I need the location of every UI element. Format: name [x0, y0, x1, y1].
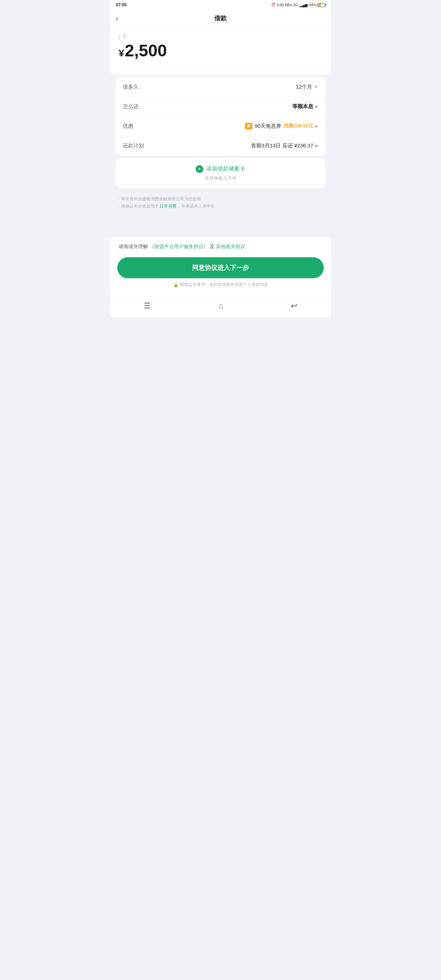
notice-item-2: · 请确认本次收款用于日常消费，并承诺本人非学生 [119, 203, 322, 210]
discount-value: 券 90天免息券 优惠136.52元 ▶ [245, 123, 318, 129]
submit-section: 同意协议进入下一步 🔒 根据监管要求，借款前需要您完善个人借款信息 [110, 253, 331, 296]
borrow-duration-text: 12个月 [296, 84, 312, 90]
network-type: 5G [294, 3, 298, 7]
agreement-section: 请阅读并理解 《智选平台用户服务协议》 及 其他相关协议 [110, 237, 331, 253]
submit-notice-text: 根据监管要求，借款前需要您完善个人借款信息 [180, 282, 268, 288]
coupon-badge: 券 [245, 123, 252, 129]
repayment-method-label: 怎么还 [123, 103, 139, 110]
agreement-prefix: 请阅读并理解 [119, 243, 150, 249]
back-nav-icon[interactable]: ↩ [291, 301, 297, 310]
submit-notice: 🔒 根据监管要求，借款前需要您完善个人借款信息 [117, 278, 324, 293]
notice-link[interactable]: 日常消费 [159, 203, 177, 210]
status-bar: 07:05 ⏰ 0.00 KB/s 5G ▂▄▆ 44% [110, 0, 331, 10]
amount-unit: 千 [122, 34, 127, 40]
status-icons: ⏰ 0.00 KB/s 5G ▂▄▆ 44% [271, 3, 325, 7]
amount-section: 千 ¥2,500 [110, 27, 331, 75]
notice-text-2-prefix: 请确认本次收款用于 [121, 203, 159, 210]
add-card-button[interactable]: + 添加借款储蓄卡 [196, 165, 245, 173]
repayment-method-text: 等额本息 [292, 103, 313, 110]
discount-row[interactable]: 优惠 券 90天免息券 优惠136.52元 ▶ [116, 116, 325, 136]
repayment-plan-text: 首期3月13日 应还 ¥236.37 [251, 142, 313, 149]
home-icon[interactable]: ⌂ [218, 301, 223, 310]
repayment-plan-label: 还款计划 [123, 142, 144, 149]
amount-unit-row: 千 [119, 34, 322, 40]
repayment-method-value: 等额本息 ▶ [292, 103, 318, 110]
borrow-duration-row[interactable]: 借多久 12个月 ▼ [116, 77, 325, 97]
battery-percent: 44% [309, 3, 316, 7]
chevron-down-icon: ▼ [314, 85, 318, 89]
chevron-right-icon-plan: ▶ [315, 143, 318, 148]
unit-divider [119, 34, 119, 40]
amount-display: ¥2,500 [119, 41, 322, 60]
add-icon: + [196, 165, 203, 173]
clock-icon: ⏰ [271, 3, 275, 7]
borrow-duration-label: 借多久 [123, 84, 139, 90]
lock-icon: 🔒 [173, 282, 178, 287]
menu-icon[interactable]: ☰ [144, 301, 151, 310]
network-speed: 0.00 KB/s [277, 3, 292, 7]
bank-card-section[interactable]: + 添加借款储蓄卡 支持免输入卡号 [116, 158, 325, 188]
notice-section: · 本次借款由盛银消费金融有限公司为您提供 · 请确认本次收款用于日常消费，并承… [110, 192, 331, 216]
signal-icon: ▂▄▆ [299, 3, 308, 7]
notice-text-2-suffix: ，并承诺本人非学生 [177, 203, 215, 210]
coupon-text: 90天免息券 [255, 123, 282, 129]
chevron-right-icon-discount: ▶ [315, 124, 318, 129]
add-card-text: 添加借款储蓄卡 [206, 165, 245, 173]
discount-label: 优惠 [123, 123, 133, 129]
repayment-method-row[interactable]: 怎么还 等额本息 ▶ [116, 97, 325, 116]
repayment-plan-value: 首期3月13日 应还 ¥236.37 ▶ [251, 142, 318, 149]
amount-number: 2,500 [125, 41, 167, 60]
submit-button[interactable]: 同意协议进入下一步 [117, 257, 324, 278]
repayment-plan-row[interactable]: 还款计划 首期3月13日 应还 ¥236.37 ▶ [116, 136, 325, 155]
status-time: 07:05 [116, 2, 127, 7]
back-button[interactable]: ‹ [116, 14, 118, 22]
chevron-right-icon: ▶ [315, 104, 318, 109]
agreement-link-2[interactable]: 其他相关协议 [216, 243, 245, 249]
add-card-subtext: 支持免输入卡号 [205, 175, 237, 181]
options-card: 借多久 12个月 ▼ 怎么还 等额本息 ▶ 优惠 券 90天免息券 优惠136.… [116, 77, 325, 155]
header: ‹ 借款 [110, 10, 331, 27]
currency-symbol: ¥ [119, 48, 124, 59]
spacer [110, 216, 331, 237]
page-title: 借款 [214, 14, 227, 22]
amount-divider [119, 66, 322, 66]
agreement-link-1[interactable]: 《智选平台用户服务协议》 [150, 243, 208, 249]
discount-amount: 优惠136.52元 [283, 123, 313, 129]
notice-text-1: 本次借款由盛银消费金融有限公司为您提供 [121, 195, 201, 203]
notice-item-1: · 本次借款由盛银消费金融有限公司为您提供 [119, 195, 322, 203]
battery-icon [317, 3, 325, 7]
agreement-middle: 及 [208, 243, 216, 249]
bottom-nav: ☰ ⌂ ↩ [110, 296, 331, 317]
borrow-duration-value: 12个月 ▼ [296, 84, 318, 90]
